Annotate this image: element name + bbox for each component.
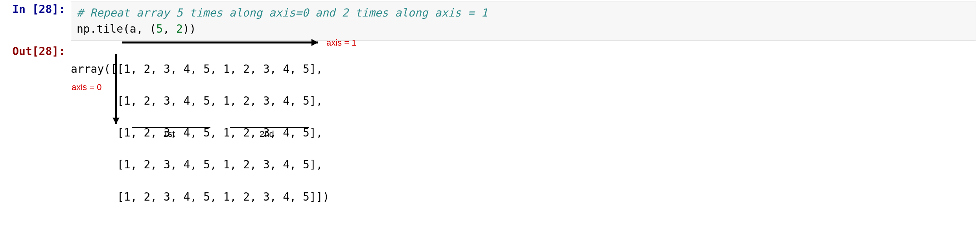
in-prompt-kw: In <box>12 3 26 16</box>
out-row-1-data: [1, 2, 3, 4, 5, 1, 2, 3, 4, 5], <box>117 94 323 107</box>
arrow-axis0-icon <box>110 54 122 129</box>
label-second: 2nd <box>260 128 274 140</box>
out-row-0: array([[1, 2, 3, 4, 5, 1, 2, 3, 4, 5], <box>71 61 976 77</box>
out-row-3-data: [1, 2, 3, 4, 5, 1, 2, 3, 4, 5], <box>117 158 323 171</box>
label-first: 1st <box>163 128 175 140</box>
input-cell: In [28]: # Repeat array 5 times along ax… <box>0 0 980 41</box>
svg-marker-1 <box>311 39 318 46</box>
output-cell: Out[28]: array([[1, 2, 3, 4, 5, 1, 2, 3,… <box>0 41 980 247</box>
out-prompt: Out[28]: <box>4 44 71 60</box>
code-num-1: 5 <box>156 22 163 35</box>
out-row-1: [1, 2, 3, 4, 5, 1, 2, 3, 4, 5], <box>71 93 976 109</box>
out-row-4-data: [1, 2, 3, 4, 5, 1, 2, 3, 4, 5]]) <box>117 190 329 203</box>
in-prompt-close: ]: <box>52 3 65 16</box>
code-comment: # Repeat array 5 times along axis=0 and … <box>77 6 488 19</box>
code-call-a: np.tile(a, ( <box>77 22 156 35</box>
in-prompt-num: 28 <box>39 3 52 16</box>
arrow-axis1-icon <box>122 37 322 48</box>
code-call-c: )) <box>183 22 196 35</box>
in-prompt: In [28]: <box>4 2 71 18</box>
out-row-4: [1, 2, 3, 4, 5, 1, 2, 3, 4, 5]]) <box>71 189 976 205</box>
code-sep: , <box>163 22 176 35</box>
label-axis1: axis = 1 <box>326 37 356 49</box>
out-row-2-data: [1, 2, 3, 4, 5, 1, 2, 3, 4, 5], <box>117 126 323 139</box>
code-num-2: 2 <box>176 22 183 35</box>
code-input[interactable]: # Repeat array 5 times along axis=0 and … <box>71 2 976 41</box>
out-prompt-open: [ <box>32 45 39 58</box>
label-axis0: axis = 0 <box>72 81 101 94</box>
out-row-0-data: [1, 2, 3, 4, 5, 1, 2, 3, 4, 5], <box>117 63 323 76</box>
svg-marker-3 <box>112 118 120 124</box>
out-prompt-kw: Out <box>12 45 32 58</box>
out-row-3: [1, 2, 3, 4, 5, 1, 2, 3, 4, 5], <box>71 157 976 173</box>
code-output: array([[1, 2, 3, 4, 5, 1, 2, 3, 4, 5], [… <box>71 44 976 247</box>
in-prompt-open: [ <box>26 3 39 16</box>
out-prompt-num: 28 <box>39 45 52 58</box>
out-prompt-close: ]: <box>52 45 65 58</box>
